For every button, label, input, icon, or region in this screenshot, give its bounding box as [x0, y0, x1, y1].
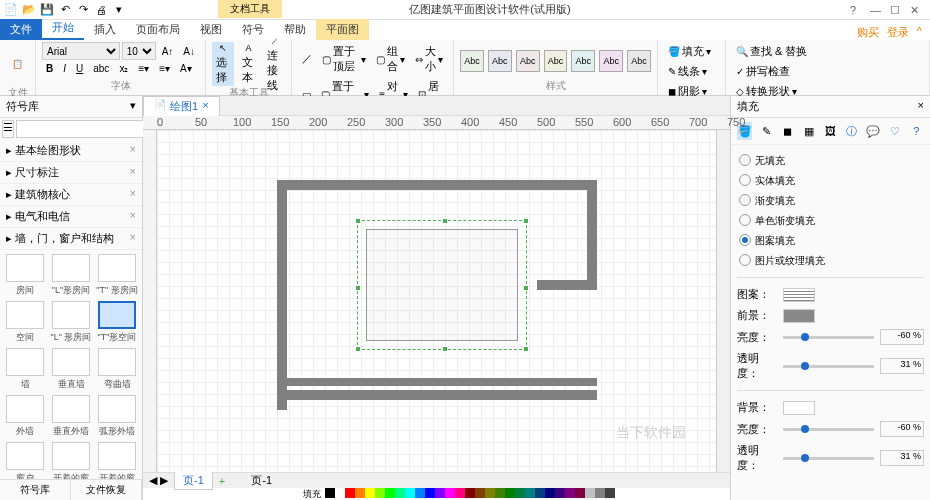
color-swatch[interactable] — [515, 488, 525, 498]
font-color-icon[interactable]: A▾ — [176, 61, 196, 76]
tab-symbol[interactable]: 符号 — [232, 19, 274, 40]
color-swatch[interactable] — [535, 488, 545, 498]
color-swatch[interactable] — [465, 488, 475, 498]
font-size-select[interactable]: 10 — [122, 42, 156, 60]
color-swatch[interactable] — [385, 488, 395, 498]
color-swatch[interactable] — [575, 488, 585, 498]
shape-item[interactable]: "L"形房间 — [50, 254, 92, 297]
category-item[interactable]: ▸ 基本绘图形状× — [0, 140, 142, 162]
fill-type-radio[interactable]: 图片或纹理填充 — [737, 251, 924, 271]
color-swatch[interactable] — [485, 488, 495, 498]
fg-color-swatch[interactable] — [783, 309, 815, 323]
close-icon[interactable]: ✕ — [910, 4, 922, 16]
select-tool[interactable]: ↖选择 — [212, 42, 234, 86]
category-item[interactable]: ▸ 电气和电信× — [0, 206, 142, 228]
fill-button[interactable]: 🪣 填充▾ — [664, 42, 719, 61]
fill-type-radio[interactable]: 渐变填充 — [737, 191, 924, 211]
italic-button[interactable]: I — [59, 61, 70, 76]
color-swatch[interactable] — [585, 488, 595, 498]
selected-shape[interactable] — [357, 220, 527, 350]
color-swatch[interactable] — [335, 488, 345, 498]
category-item[interactable]: ▸ 墙，门，窗户和结构× — [0, 228, 142, 250]
picture-tab-icon[interactable]: 🖼 — [823, 122, 838, 140]
color-swatch[interactable] — [405, 488, 415, 498]
shape-item[interactable]: 垂直墙 — [50, 348, 92, 391]
style-preset[interactable]: Abc — [488, 50, 512, 72]
color-swatch[interactable] — [375, 488, 385, 498]
fill-type-radio[interactable]: 单色渐变填充 — [737, 211, 924, 231]
brightness-slider[interactable]: .rp-slider:nth-of-type(1)::after{left:20… — [783, 336, 874, 339]
connector-tool[interactable]: ⟋连接线 — [263, 42, 285, 86]
help-icon[interactable]: ? — [850, 4, 862, 16]
style-preset[interactable]: Abc — [544, 50, 568, 72]
color-swatch[interactable] — [525, 488, 535, 498]
opacity-slider[interactable] — [783, 365, 874, 368]
minimize-icon[interactable]: — — [870, 4, 882, 16]
color-swatch[interactable] — [595, 488, 605, 498]
brightness-slider-2[interactable] — [783, 428, 874, 431]
add-page-icon[interactable]: + — [213, 475, 231, 487]
color-swatch[interactable] — [415, 488, 425, 498]
shape-item[interactable]: 弯曲墙 — [96, 348, 138, 391]
group-button[interactable]: ▢ 组合▾ — [372, 42, 409, 76]
color-swatch[interactable] — [565, 488, 575, 498]
fill-type-radio[interactable]: 无填充 — [737, 151, 924, 171]
color-swatch[interactable] — [495, 488, 505, 498]
color-swatch[interactable] — [345, 488, 355, 498]
color-swatch[interactable] — [425, 488, 435, 498]
library-search-input[interactable] — [16, 120, 153, 138]
shape-item[interactable]: "T"形空间 — [96, 301, 138, 344]
color-swatch[interactable] — [505, 488, 515, 498]
shrink-font-icon[interactable]: A↓ — [179, 44, 199, 59]
qat-open-icon[interactable]: 📂 — [22, 3, 36, 17]
style-preset[interactable]: Abc — [516, 50, 540, 72]
help-tab-icon[interactable]: ? — [909, 122, 924, 140]
align-icon[interactable]: ≡▾ — [155, 61, 174, 76]
color-swatch[interactable] — [365, 488, 375, 498]
bold-button[interactable]: B — [42, 61, 57, 76]
color-swatch[interactable] — [325, 488, 335, 498]
tab-floorplan[interactable]: 平面图 — [316, 19, 369, 40]
shape-item[interactable]: 房间 — [4, 254, 46, 297]
shape-item[interactable]: 空间 — [4, 301, 46, 344]
library-dropdown-icon[interactable]: ☰ — [2, 120, 14, 138]
font-name-select[interactable]: Arial — [42, 42, 120, 60]
style-preset[interactable]: Abc — [571, 50, 595, 72]
bring-front-button[interactable]: ▢ 置于顶层▾ — [318, 42, 370, 76]
qat-save-icon[interactable]: 💾 — [40, 3, 54, 17]
qat-redo-icon[interactable]: ↷ — [76, 3, 90, 17]
shape-item[interactable]: 开着的窗 — [50, 442, 92, 479]
shape-item[interactable]: 外墙 — [4, 395, 46, 438]
find-replace-button[interactable]: 🔍 查找 & 替换 — [732, 42, 923, 61]
size-button[interactable]: ⇔ 大小▾ — [411, 42, 447, 76]
shape-item[interactable]: 垂直外墙 — [50, 395, 92, 438]
fill-type-radio[interactable]: 图案填充 — [737, 231, 924, 251]
shape-item[interactable]: "T" 形房间 — [96, 254, 138, 297]
paste-button[interactable]: 📋 — [6, 42, 29, 86]
shape-item[interactable]: 窗户 — [4, 442, 46, 479]
tab-layout[interactable]: 页面布局 — [126, 19, 190, 40]
qat-more-icon[interactable]: ▾ — [112, 3, 126, 17]
qat-new-icon[interactable]: 📄 — [4, 3, 18, 17]
line-button[interactable]: ✎ 线条▾ — [664, 62, 719, 81]
shape-line-icon[interactable]: ／ — [298, 50, 316, 68]
text-tool[interactable]: A文本 — [238, 42, 260, 86]
spellcheck-button[interactable]: ✓ 拼写检查 — [732, 62, 923, 81]
pattern-swatch[interactable] — [783, 288, 815, 302]
tab-help[interactable]: 帮助 — [274, 19, 316, 40]
buy-link[interactable]: 购买 — [857, 25, 879, 40]
category-item[interactable]: ▸ 尺寸标注× — [0, 162, 142, 184]
color-swatch[interactable] — [435, 488, 445, 498]
close-tab-icon[interactable]: × — [202, 99, 208, 114]
shape-item[interactable]: 开着的窗 2 — [96, 442, 138, 479]
qat-undo-icon[interactable]: ↶ — [58, 3, 72, 17]
comment-tab-icon[interactable]: 💬 — [866, 122, 881, 140]
maximize-icon[interactable]: ☐ — [890, 4, 902, 16]
login-link[interactable]: 登录 — [887, 25, 909, 40]
qat-print-icon[interactable]: 🖨 — [94, 3, 108, 17]
underline-button[interactable]: U — [72, 61, 87, 76]
recovery-tab[interactable]: 文件恢复 — [71, 480, 142, 500]
tab-home[interactable]: 开始 — [42, 17, 84, 40]
bg-color-swatch[interactable] — [783, 401, 815, 415]
drawing-canvas[interactable]: 当下软件园 — [157, 130, 716, 472]
